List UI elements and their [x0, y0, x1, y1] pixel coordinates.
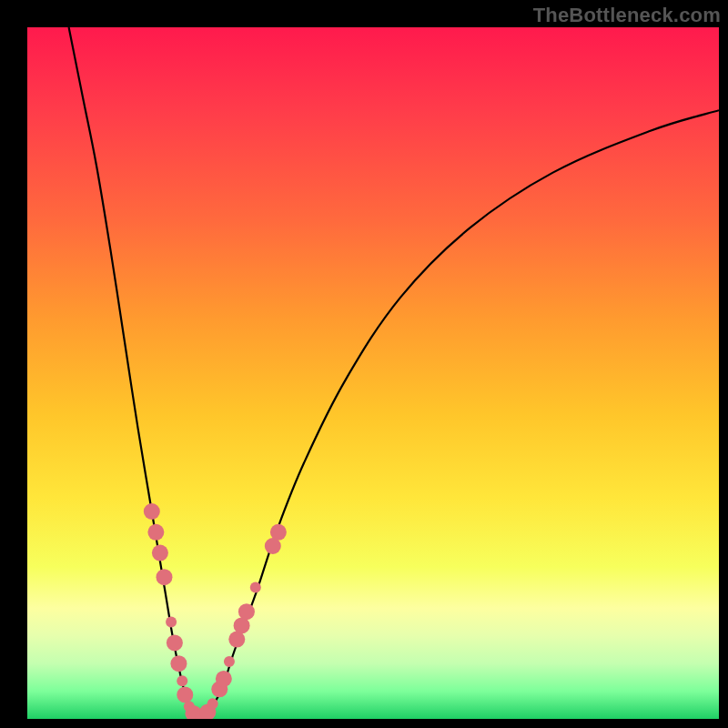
curve-marker	[216, 671, 232, 687]
curve-svg	[27, 27, 719, 719]
curve-marker	[170, 655, 187, 672]
curve-marker	[177, 675, 187, 686]
curve-markers	[144, 503, 287, 719]
curve-marker	[147, 524, 164, 541]
curve-marker	[156, 569, 172, 585]
curve-marker	[152, 545, 168, 561]
watermark-text: TheBottleneck.com	[533, 4, 721, 27]
bottleneck-curve-path	[69, 27, 719, 719]
curve-marker	[224, 656, 235, 667]
curve-marker	[238, 603, 255, 620]
curve-marker	[144, 503, 160, 520]
curve-marker	[270, 524, 287, 541]
curve-marker	[207, 698, 218, 709]
chart-frame: TheBottleneck.com	[0, 0, 728, 728]
curve-marker	[166, 617, 177, 628]
plot-area	[27, 27, 719, 719]
curve-marker	[167, 634, 183, 651]
curve-marker	[177, 686, 193, 703]
curve-marker	[250, 582, 261, 593]
